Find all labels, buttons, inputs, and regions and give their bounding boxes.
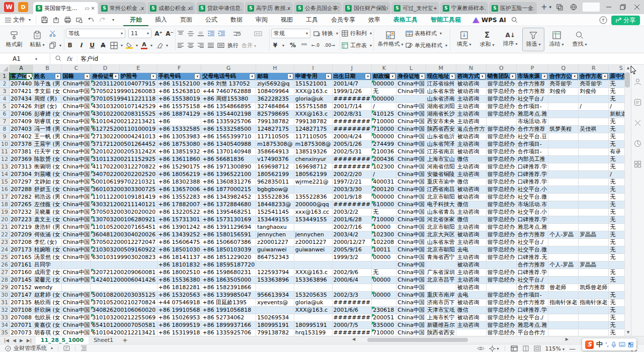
cell[interactable]: [256, 284, 294, 291]
justify-button[interactable]: [207, 43, 214, 48]
cell[interactable]: +86 1582391866: [201, 284, 256, 291]
cell[interactable]: [579, 170, 609, 178]
menu-item-插入[interactable]: 插入: [148, 14, 174, 26]
decrease-decimal-button[interactable]: .00→: [324, 43, 335, 48]
font-size-select[interactable]: 11▾: [128, 29, 151, 38]
cell[interactable]: China中国: [61, 238, 91, 246]
cell[interactable]: [579, 178, 609, 186]
cell[interactable]: 110112200109181419: [91, 193, 157, 201]
header-cell[interactable]: 身份证地▾: [396, 72, 426, 80]
cell[interactable]: 153449155: [256, 216, 294, 223]
column-letter-D[interactable]: D: [91, 65, 120, 72]
cell[interactable]: 230618: [372, 306, 396, 314]
cell[interactable]: [579, 314, 609, 321]
cell[interactable]: [486, 118, 516, 125]
strikethrough-button[interactable]: A: [99, 42, 107, 49]
column-letter-J[interactable]: J: [332, 65, 372, 72]
cell[interactable]: /: [609, 170, 624, 178]
cell[interactable]: xyevents@: [256, 299, 294, 306]
name-box[interactable]: A1▾: [0, 53, 50, 64]
filter-dropdown-icon[interactable]: ▾: [479, 73, 486, 79]
cell[interactable]: 留学总经办: [486, 148, 516, 155]
cell[interactable]: China中国: [396, 329, 426, 336]
cell[interactable]: 个人-罗晶: [548, 231, 579, 238]
cell[interactable]: 留学总经办: [486, 103, 516, 110]
header-cell[interactable]: 出生日期▾: [332, 72, 372, 80]
cell[interactable]: +86 1343982452: [201, 193, 256, 201]
cell[interactable]: +86 15538019: [157, 95, 201, 103]
cell[interactable]: guiwanwei: [256, 246, 294, 253]
cell[interactable]: China中国: [396, 314, 426, 321]
cell[interactable]: 430103200107142529: [91, 103, 157, 110]
column-letter-L[interactable]: L: [396, 65, 426, 72]
cell[interactable]: 207071: [10, 321, 33, 329]
filter-dropdown-icon[interactable]: ▾: [194, 73, 200, 79]
cell[interactable]: [609, 261, 624, 269]
cell[interactable]: 320721200209060081: [91, 269, 157, 276]
cell[interactable]: 留学总经办: [486, 329, 516, 336]
cell[interactable]: 合作方推荐: [516, 80, 548, 87]
ime-keyboard-icon[interactable]: [619, 342, 625, 347]
cell[interactable]: 曾老师: [548, 284, 579, 291]
cell[interactable]: China中国: [61, 253, 91, 261]
document-tab[interactable]: S贷款申请信息.xlsx: [196, 2, 244, 14]
cell[interactable]: 重庆市渝中: [426, 178, 456, 186]
filter-dropdown-icon[interactable]: ▾: [541, 73, 547, 79]
cell[interactable]: [426, 284, 456, 291]
cell[interactable]: 无: [609, 231, 624, 238]
cell[interactable]: 无: [609, 155, 624, 163]
cell[interactable]: 罗晶晶: [579, 231, 609, 238]
cell[interactable]: 留学总经办: [486, 163, 516, 170]
cell[interactable]: 吴佳祺: [579, 125, 609, 133]
formula-content[interactable]: 客户id: [77, 55, 98, 63]
cell[interactable]: +86 1506607386: [201, 238, 256, 246]
cell[interactable]: 被动咨询: [456, 87, 486, 95]
cell[interactable]: 合作方推荐: [516, 299, 548, 306]
cell[interactable]: 无: [609, 299, 624, 306]
cell[interactable]: +86 56681836: [201, 155, 256, 163]
system-menu[interactable]: 业财管理系统 ▾: [5, 344, 53, 352]
vertical-scroll-thumb[interactable]: [625, 72, 630, 87]
cell[interactable]: 河南省信阳: [426, 163, 456, 170]
percent-format-button[interactable]: %: [289, 42, 297, 49]
cell[interactable]: 1999/3/2: [332, 253, 372, 261]
filter-dropdown-icon[interactable]: ▾: [55, 73, 61, 79]
cell[interactable]: 654101200007050581: [91, 321, 157, 329]
cell[interactable]: 杨欣雨 (女: [33, 299, 62, 306]
find-button[interactable]: 查找▾: [569, 28, 591, 51]
menu-item-智能工具箱[interactable]: 智能工具箱: [424, 14, 467, 26]
cell[interactable]: 口碑推荐.无: [516, 253, 548, 261]
row-number-32[interactable]: 32: [0, 306, 10, 314]
menu-item-效率[interactable]: 效率: [362, 14, 387, 26]
cell[interactable]: [548, 314, 579, 321]
cell-style-button[interactable]: 单元格样式▾: [406, 42, 447, 49]
cell[interactable]: 无: [609, 321, 624, 329]
row-number-22[interactable]: 22: [0, 231, 10, 238]
scroll-right-icon[interactable]: ▶: [566, 337, 569, 341]
cell[interactable]: +86 15319918: [157, 329, 201, 336]
cell[interactable]: 指南针张老: [579, 299, 609, 306]
document-tab[interactable]: S国任财产保险样本.x: [343, 2, 390, 14]
header-cell[interactable]: 邮箱▾: [256, 72, 294, 80]
rows-columns-button[interactable]: 行和列▾: [342, 30, 372, 37]
cell[interactable]: 电子科技大: [426, 201, 456, 208]
next-sheet-icon[interactable]: ▶: [20, 338, 23, 343]
cell[interactable]: [548, 170, 579, 178]
cell[interactable]: +86 13901242: [157, 223, 201, 231]
cell[interactable]: China中国: [396, 148, 426, 155]
cell[interactable]: +86 15731301: [157, 216, 201, 223]
cell[interactable]: 825798695: [256, 110, 294, 118]
column-letter-G[interactable]: G: [201, 65, 256, 72]
cell[interactable]: 无: [609, 246, 624, 253]
docer-logo-icon[interactable]: D: [18, 2, 28, 12]
cell[interactable]: 000000: [372, 133, 396, 140]
horizontal-scrollbar[interactable]: ◀ ▶: [352, 337, 569, 343]
column-letter-N[interactable]: N: [456, 65, 486, 72]
cell[interactable]: 169698712: [294, 163, 332, 170]
cell[interactable]: 10000: [372, 223, 396, 231]
cell[interactable]: 610104200212213421: [91, 329, 157, 336]
cell[interactable]: 河北省张家: [426, 216, 456, 223]
cell[interactable]: China中国: [396, 87, 426, 95]
cell[interactable]: China中国: [61, 216, 91, 223]
row-number-35[interactable]: 35: [0, 329, 10, 336]
